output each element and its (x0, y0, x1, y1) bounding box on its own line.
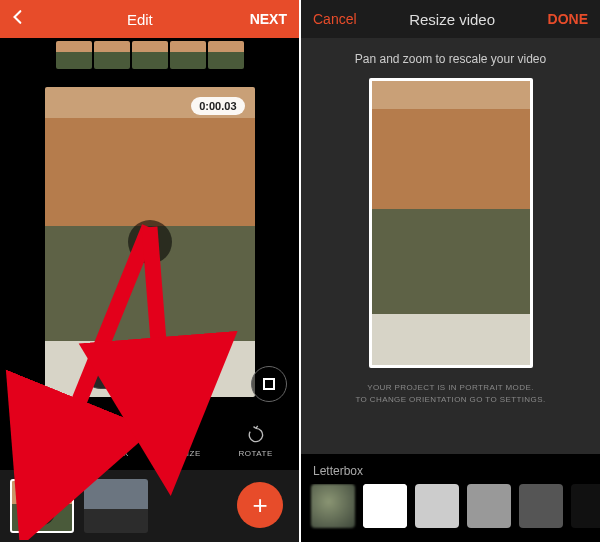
tool-label: SPEED (29, 449, 59, 458)
orientation-note: YOUR PROJECT IS IN PORTRAIT MODE. TO CHA… (355, 382, 545, 406)
letterbox-section: Letterbox (301, 454, 600, 542)
resize-hint: Pan and zoom to rescale your video (355, 38, 546, 76)
note-line: YOUR PROJECT IS IN PORTRAIT MODE. (355, 382, 545, 394)
clip-tray: + (0, 470, 299, 542)
undo-delete-pill: Undo Delete (84, 359, 214, 389)
plus-icon: + (252, 490, 267, 521)
timeline-strip[interactable] (0, 38, 299, 72)
tool-rotate[interactable]: ROTATE (228, 425, 284, 458)
letterbox-swatch[interactable] (467, 484, 511, 528)
edit-screen: Edit NEXT 0:00.03 Undo Delete (0, 0, 299, 542)
tool-speed[interactable]: SPEED (15, 425, 71, 458)
done-button[interactable]: DONE (548, 11, 588, 27)
letterbox-swatch[interactable] (571, 484, 600, 528)
rotate-icon (246, 425, 266, 445)
resize-icon (175, 425, 195, 445)
speed-icon (33, 425, 53, 445)
tranx-icon (104, 425, 124, 445)
edit-header: Edit NEXT (0, 0, 299, 38)
svg-rect-0 (107, 428, 117, 438)
pill-divider (146, 366, 147, 382)
fullscreen-button[interactable] (251, 366, 287, 402)
resize-header: Cancel Resize video DONE (301, 0, 600, 38)
timeline-clip[interactable] (94, 41, 130, 69)
play-icon (145, 234, 158, 250)
letterbox-swatch-blur[interactable] (311, 484, 355, 528)
preview-area: 0:00.03 Undo Delete (0, 72, 299, 412)
speaker-icon (35, 505, 49, 519)
letterbox-label: Letterbox (301, 454, 600, 484)
resize-screen: Cancel Resize video DONE Pan and zoom to… (299, 0, 600, 542)
letterbox-swatch[interactable] (519, 484, 563, 528)
tool-tranx[interactable]: TRANX (86, 425, 142, 458)
resize-title: Resize video (409, 11, 495, 28)
letterbox-swatch[interactable] (363, 484, 407, 528)
letterbox-swatches (301, 484, 600, 542)
cancel-button[interactable]: Cancel (313, 11, 357, 27)
timeline-clip[interactable] (132, 41, 168, 69)
resize-preview[interactable] (369, 78, 533, 368)
clip-thumb-selected[interactable] (10, 479, 74, 533)
resize-area: Pan and zoom to rescale your video YOUR … (301, 38, 600, 454)
fullscreen-icon (263, 378, 275, 390)
back-button[interactable] (12, 9, 30, 29)
note-line: TO CHANGE ORIENTATION GO TO SETTINGS. (355, 394, 545, 406)
video-preview[interactable]: 0:00.03 Undo Delete (45, 87, 255, 397)
audio-badge[interactable] (29, 499, 55, 525)
letterbox-swatch[interactable] (415, 484, 459, 528)
clip-thumb[interactable] (84, 479, 148, 533)
tool-row: SPEED TRANX RESIZE ROTATE (0, 412, 299, 470)
add-clip-button[interactable]: + (237, 482, 283, 528)
tool-label: ROTATE (238, 449, 272, 458)
timeline-clip[interactable] (170, 41, 206, 69)
timeline-clip[interactable] (56, 41, 92, 69)
tool-label: RESIZE (169, 449, 201, 458)
next-button[interactable]: NEXT (250, 11, 287, 27)
timeline-clip[interactable] (208, 41, 244, 69)
timecode-badge: 0:00.03 (191, 97, 244, 115)
delete-button[interactable]: Delete (165, 367, 200, 381)
play-button[interactable] (128, 220, 172, 264)
tool-resize[interactable]: RESIZE (157, 425, 213, 458)
undo-button[interactable]: Undo (99, 367, 128, 381)
edit-title: Edit (127, 11, 153, 28)
tool-label: TRANX (99, 449, 129, 458)
